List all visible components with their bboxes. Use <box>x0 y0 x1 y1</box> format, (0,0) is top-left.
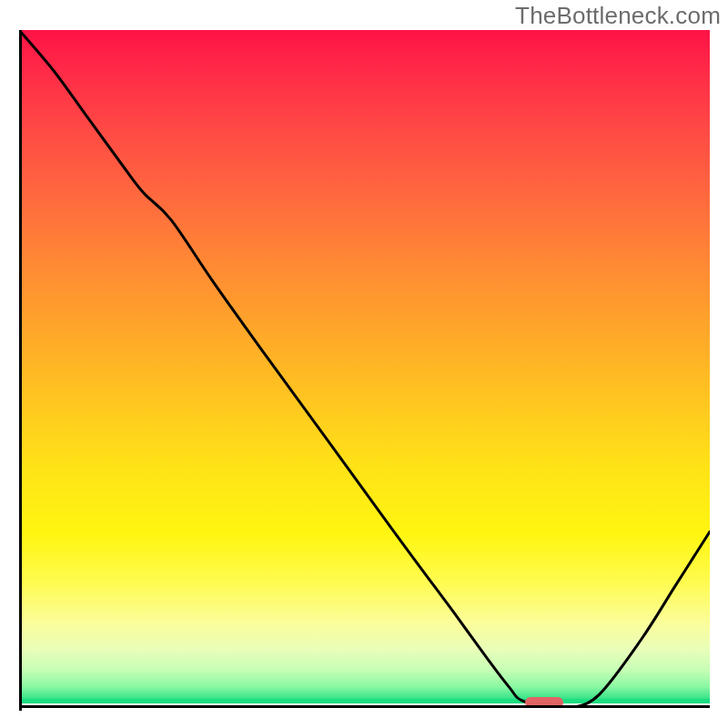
bottleneck-curve <box>19 30 710 708</box>
x-axis-line <box>19 705 710 708</box>
plot-area <box>19 30 710 708</box>
y-axis-line <box>19 30 22 711</box>
chart-container: TheBottleneck.com <box>0 0 728 728</box>
watermark-text: TheBottleneck.com <box>515 2 721 30</box>
